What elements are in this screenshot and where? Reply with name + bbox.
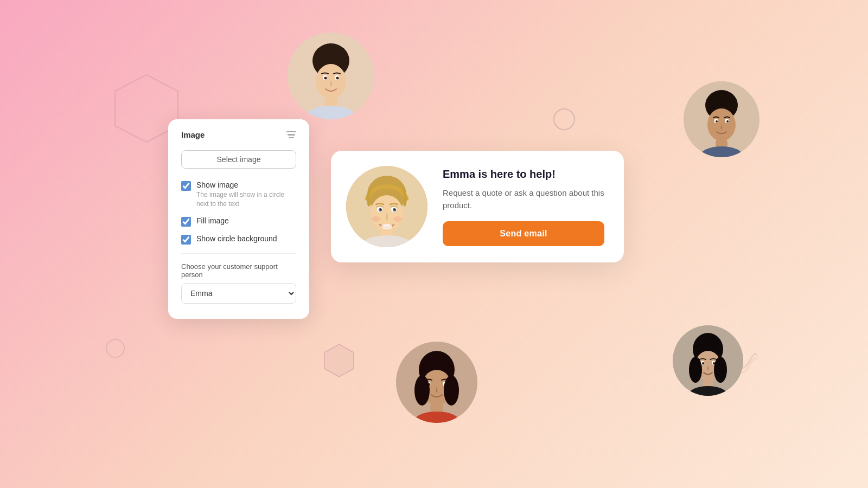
fill-image-row: Fill image	[181, 216, 296, 227]
card-headline: Emma is here to help!	[443, 167, 604, 181]
hex-small-deco	[320, 342, 358, 380]
svg-point-54	[395, 208, 396, 209]
svg-point-17	[726, 120, 729, 123]
circle-deco-1	[553, 108, 575, 130]
fill-image-checkbox[interactable]	[181, 217, 191, 227]
line3	[289, 137, 294, 139]
svg-point-39	[714, 357, 727, 383]
svg-point-38	[689, 357, 702, 383]
svg-point-46	[393, 216, 402, 222]
show-circle-bg-label[interactable]: Show circle background	[196, 234, 277, 243]
svg-point-45	[372, 216, 380, 222]
svg-point-55	[381, 224, 392, 229]
avatar-top-male	[288, 33, 374, 119]
card-content: Emma is here to help! Request a quote or…	[443, 167, 604, 247]
svg-marker-1	[324, 344, 354, 377]
panel-title: Image	[181, 130, 205, 139]
card-subtext: Request a quote or ask a question about …	[443, 187, 604, 212]
avatar-bottom-right-female	[673, 325, 743, 396]
show-image-sublabel: The image will show in a circle next to …	[196, 190, 296, 209]
settings-panel: Image Select image Show image The image …	[168, 119, 309, 319]
svg-point-36	[702, 362, 704, 364]
show-image-checkbox[interactable]	[181, 181, 191, 191]
fill-image-label-group: Fill image	[196, 216, 229, 225]
show-image-label[interactable]: Show image	[196, 181, 296, 189]
divider	[181, 253, 296, 254]
svg-point-7	[324, 77, 327, 80]
svg-point-8	[336, 77, 339, 80]
line1	[286, 131, 296, 133]
emma-face-svg	[346, 166, 427, 247]
show-image-label-group: Show image The image will show in a circ…	[196, 181, 296, 209]
avatar-top-right-male	[684, 81, 760, 157]
show-circle-bg-checkbox[interactable]	[181, 235, 191, 245]
dropdown-label: Choose your customer support person	[181, 262, 296, 279]
select-image-button[interactable]: Select image	[181, 150, 296, 169]
send-email-button[interactable]: Send email	[443, 221, 604, 246]
show-circle-bg-row: Show circle background	[181, 234, 296, 245]
preview-card: Emma is here to help! Request a quote or…	[331, 151, 624, 262]
panel-header: Image	[181, 130, 296, 139]
show-circle-bg-label-group: Show circle background	[196, 234, 277, 243]
svg-point-53	[381, 208, 382, 209]
fill-image-label[interactable]: Fill image	[196, 216, 229, 225]
stacked-lines-icon[interactable]	[286, 131, 296, 139]
svg-point-28	[414, 375, 430, 406]
line2	[288, 134, 295, 136]
svg-point-16	[716, 120, 718, 123]
avatar-bottom-female	[396, 342, 477, 423]
emma-avatar	[346, 166, 427, 247]
svg-point-29	[444, 375, 459, 406]
customer-dropdown[interactable]: Emma John Sarah Michael	[181, 283, 296, 304]
circle-deco-2	[106, 339, 125, 358]
show-image-row: Show image The image will show in a circ…	[181, 181, 296, 209]
